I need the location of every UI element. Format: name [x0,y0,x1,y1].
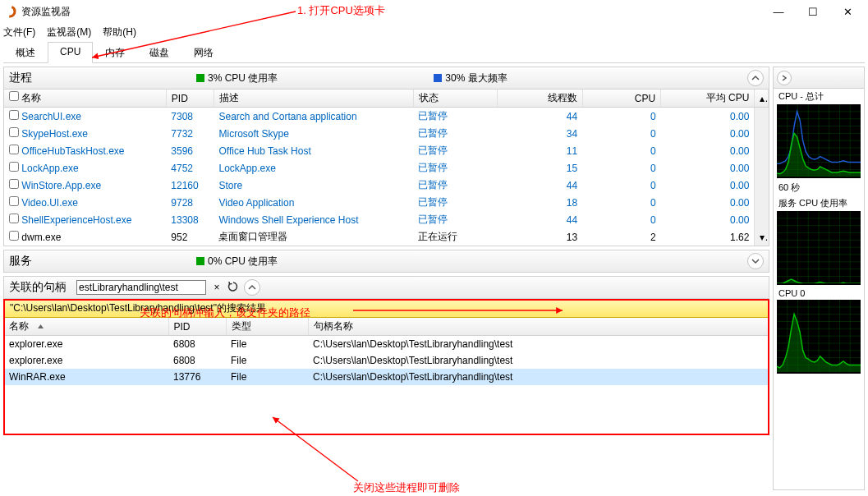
process-row[interactable]: OfficeHubTaskHost.exe3596Office Hub Task… [4,142,769,159]
graph-label-cpu0: CPU 0 [774,287,864,300]
tab-disk[interactable]: 磁盘 [137,42,181,63]
graph-svc-cpu [777,211,861,285]
blue-swatch-icon [434,74,442,82]
tab-memory[interactable]: 内存 [93,42,137,63]
graph-label-svc: 服务 CPU 使用率 [774,195,864,211]
sort-asc-icon [37,323,44,330]
scrollbar-track[interactable] [755,177,769,194]
handle-search-input[interactable] [76,280,206,295]
handles-table[interactable]: 名称 PID 类型 句柄名称 explorer.exe6808FileC:\Us… [4,318,769,385]
scrollbar-track[interactable] [755,142,769,159]
handle-row[interactable]: explorer.exe6808FileC:\Users\lan\Desktop… [4,352,769,369]
col-avgcpu[interactable]: 平均 CPU [661,90,755,108]
process-row[interactable]: WinStore.App.exe12160Store已暂停4400.00 [4,177,769,194]
tab-network[interactable]: 网络 [181,42,226,63]
handles-title: 关联的句柄 [9,280,67,295]
menu-help[interactable]: 帮助(H) [103,25,136,39]
col-pid[interactable]: PID [166,90,214,108]
scrollbar-track[interactable] [755,108,769,126]
maximize-button[interactable]: ☐ [796,0,830,23]
tabs: 概述 CPU 内存 磁盘 网络 [3,41,865,63]
services-header[interactable]: 服务 0% CPU 使用率 [3,250,769,273]
process-row[interactable]: SkypeHost.exe7732Microsoft Skype已暂停3400.… [4,125,769,142]
hcol-name[interactable]: 名称 [4,318,168,336]
row-checkbox[interactable] [9,196,19,206]
hcol-hname[interactable]: 句柄名称 [308,318,769,336]
scroll-down-button[interactable]: ▾ [755,228,769,246]
col-name[interactable]: 名称 [4,90,166,108]
menu-file[interactable]: 文件(F) [3,25,35,39]
scrollbar-track[interactable] [755,211,769,228]
tab-overview[interactable]: 概述 [3,42,48,63]
processes-table[interactable]: 名称 PID 描述 状态 线程数 CPU 平均 CPU ▴ SearchUI.e… [4,90,769,246]
max-freq-label: 30% 最大频率 [445,71,507,85]
graph-label-cpu-total: CPU - 总计 [774,89,864,104]
process-row[interactable]: Video.UI.exe9728Video Application已暂停1800… [4,194,769,211]
expand-button[interactable] [747,253,764,269]
hcol-pid[interactable]: PID [168,318,226,336]
scrollbar-track[interactable] [755,125,769,142]
menu-bar: 文件(F) 监视器(M) 帮助(H) [0,23,868,41]
process-row[interactable]: dwm.exe952桌面窗口管理器正在运行1321.62▾ [4,228,769,246]
collapse-button[interactable] [747,70,764,86]
sidebar-expand-button[interactable] [777,71,792,85]
handles-collapse-button[interactable] [244,279,260,296]
hcol-type[interactable]: 类型 [226,318,308,336]
chevron-up-icon [751,74,760,82]
chevron-down-icon [751,257,760,265]
app-icon [3,5,16,18]
row-checkbox[interactable] [9,145,19,154]
refresh-button[interactable] [227,281,239,295]
row-checkbox[interactable] [9,162,19,172]
row-checkbox[interactable] [9,179,19,189]
search-results-banner: "C:\Users\lan\Desktop\TestLibraryhandlin… [4,299,769,318]
processes-header[interactable]: 进程 3% CPU 使用率 30% 最大频率 [3,67,769,90]
processes-panel: 进程 3% CPU 使用率 30% 最大频率 [3,67,769,246]
services-title: 服务 [9,254,32,269]
clear-search-button[interactable]: × [211,282,223,293]
menu-monitor[interactable]: 监视器(M) [47,25,91,39]
row-checkbox[interactable] [9,231,19,241]
title-bar: 资源监视器 — ☐ ✕ [0,0,868,23]
chevron-up-icon [248,283,256,292]
col-threads[interactable]: 线程数 [497,90,582,108]
svg-point-0 [5,7,15,16]
process-row[interactable]: ShellExperienceHost.exe13308Windows Shel… [4,211,769,228]
processes-title: 进程 [9,71,32,85]
cpu-usage-label: 3% CPU 使用率 [208,71,278,85]
services-cpu-label: 0% CPU 使用率 [208,255,278,269]
tab-cpu[interactable]: CPU [48,42,93,63]
graph-cpu-total [777,104,861,178]
green-swatch-icon [196,74,204,82]
col-cpu[interactable]: CPU [582,90,661,108]
refresh-icon [227,281,239,292]
scrollbar-track[interactable] [755,159,769,177]
select-all-checkbox[interactable] [9,91,19,101]
row-checkbox[interactable] [9,110,19,120]
graph-sidebar: CPU - 总计 60 秒 服务 CPU 使用率 CPU 0 [773,67,865,490]
row-checkbox[interactable] [9,127,19,137]
graph-label-60sec: 60 秒 [774,180,864,195]
chevron-right-icon [781,75,788,81]
scroll-up-button[interactable]: ▴ [755,90,769,108]
handle-row[interactable]: WinRAR.exe13776FileC:\Users\lan\Desktop\… [4,369,769,385]
handles-panel: 关联的句柄 × "C:\Users\lan\Desktop\TestLibrar… [3,276,769,435]
window-title: 资源监视器 [21,5,71,19]
minimize-button[interactable]: — [761,0,796,23]
scrollbar-track[interactable] [755,194,769,211]
col-status[interactable]: 状态 [413,90,497,108]
green-swatch-icon [196,257,204,265]
handle-row[interactable]: explorer.exe6808FileC:\Users\lan\Desktop… [4,336,769,352]
process-row[interactable]: SearchUI.exe7308Search and Cortana appli… [4,108,769,126]
close-button[interactable]: ✕ [830,0,865,23]
row-checkbox[interactable] [9,214,19,223]
process-row[interactable]: LockApp.exe4752LockApp.exe已暂停1500.00 [4,159,769,177]
graph-cpu0 [777,300,861,374]
col-desc[interactable]: 描述 [214,90,413,108]
